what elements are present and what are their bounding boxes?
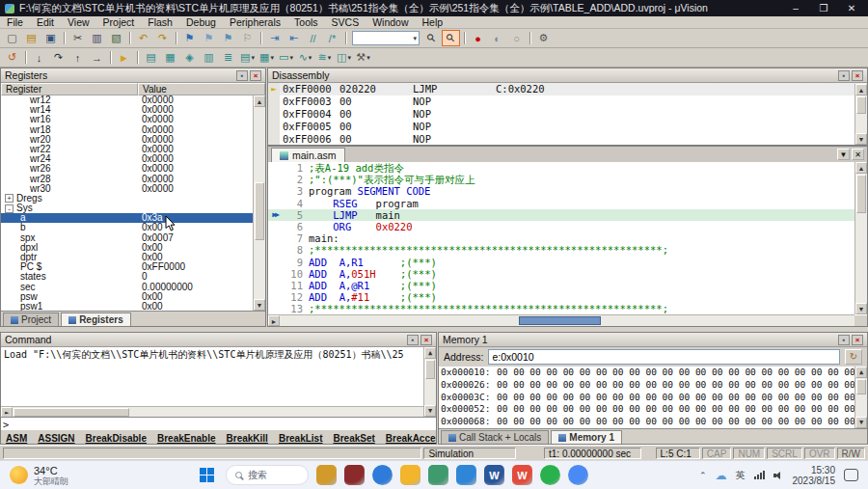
command-window-icon[interactable]: ▤ (142, 49, 160, 66)
dock-icon[interactable]: ▪ (838, 335, 850, 345)
register-row[interactable]: states0 (1, 272, 265, 282)
scroll-down-icon[interactable]: ▼ (855, 417, 867, 428)
register-row[interactable]: dpxl0x00 (1, 243, 265, 253)
disassembly-window-icon[interactable]: ▦ (161, 49, 179, 66)
register-row[interactable]: wr140x0000 (1, 105, 265, 115)
memory-window-icon[interactable]: ▦▾ (258, 49, 276, 66)
tab-memory-1[interactable]: Memory 1 (551, 430, 622, 444)
code-line[interactable]: 10ADD A,051H ;(***) (268, 268, 867, 280)
search-combo[interactable]: ▾ (352, 31, 420, 45)
new-file-icon[interactable]: ▢ (3, 30, 21, 46)
scroll-thumb[interactable] (519, 316, 601, 325)
scroll-up-icon[interactable]: ▲ (855, 162, 867, 174)
chrome-icon[interactable] (568, 465, 588, 485)
maximize-button[interactable]: ❐ (812, 1, 835, 16)
register-row[interactable]: wr200x0000 (1, 135, 265, 145)
disassembly-scrollbar[interactable]: ▲ ▼ (854, 84, 867, 145)
close-icon[interactable]: × (250, 70, 261, 81)
cloud-icon[interactable]: ☁ (716, 469, 727, 482)
notification-center-icon[interactable] (844, 469, 858, 481)
editor-vscrollbar[interactable]: ▲ ▼ (854, 162, 867, 314)
disassembly-line[interactable]: ►0xFF0000020220LJMPC:0x0220 (268, 83, 867, 95)
registers-window-icon[interactable]: ▥ (200, 49, 218, 66)
target-options-icon[interactable]: ⚙ (534, 30, 553, 46)
disassembly-line[interactable]: 0xFF000600NOP (268, 133, 867, 145)
close-icon[interactable]: × (852, 335, 863, 345)
indent-icon[interactable]: ⇥ (265, 30, 284, 46)
register-row[interactable]: PC $0xFF0000 (1, 262, 265, 272)
close-tab-icon[interactable]: ✕ (852, 149, 864, 160)
code-line[interactable]: 9ADD A,R1 ;(***) (268, 257, 867, 268)
scroll-down-icon[interactable]: ▼ (424, 405, 436, 417)
edge-icon[interactable] (372, 465, 393, 485)
memory-address-input[interactable] (488, 349, 840, 365)
reset-icon[interactable]: ↺ (3, 49, 21, 66)
register-row[interactable]: +Dregs (1, 194, 265, 204)
register-row[interactable]: b0x00 (1, 223, 265, 232)
register-row[interactable]: wr220x0000 (1, 145, 265, 154)
keil-uvision-icon[interactable] (428, 465, 448, 485)
start-button[interactable] (195, 464, 218, 487)
game-center-icon[interactable] (316, 465, 337, 485)
call-stack-window-icon[interactable]: ≣ (219, 49, 237, 66)
tab-project[interactable]: Project (3, 312, 59, 326)
memory-row[interactable]: 0x00003C:00 00 00 00 00 00 00 00 00 00 0… (439, 392, 867, 404)
code-line[interactable]: 8;**************************************… (268, 244, 867, 256)
command-hint-assign[interactable]: ASSIGN (38, 433, 74, 444)
run-to-cursor-icon[interactable]: → (88, 49, 106, 66)
dock-icon[interactable]: ▪ (838, 70, 850, 81)
minimize-button[interactable]: – (784, 1, 807, 16)
command-hscrollbar[interactable]: ◄ ► (1, 406, 423, 417)
register-row[interactable]: a0x3a (1, 213, 265, 223)
show-next-statement-icon[interactable]: ► (115, 49, 133, 66)
system-viewer-icon[interactable]: ◫▾ (335, 49, 353, 66)
scroll-right-icon[interactable]: ► (1, 407, 13, 417)
symbol-window-icon[interactable]: ◈ (180, 49, 199, 66)
dock-icon[interactable]: ▪ (407, 335, 419, 345)
code-line[interactable]: 11ADD A,@R1 ;(***) (268, 280, 867, 291)
menu-item-window[interactable]: Window (366, 16, 415, 29)
previous-bookmark-icon[interactable]: ⚑ (200, 30, 218, 46)
wps-icon[interactable]: W (512, 465, 532, 485)
disassembly-line[interactable]: 0xFF000500NOP (268, 121, 867, 133)
toolbox-icon[interactable]: ⚒▾ (354, 49, 372, 66)
disassembly-line[interactable]: 0xFF000400NOP (268, 108, 867, 121)
disassembly-line[interactable]: 0xFF000300NOP (268, 95, 867, 108)
code-line[interactable]: 3program SEGMENT CODE (268, 185, 867, 197)
network-icon[interactable] (754, 471, 765, 479)
memory-row[interactable]: 0x000026:00 00 00 00 00 00 00 00 00 00 0… (439, 379, 867, 392)
memory-update-icon[interactable]: ↻ (845, 349, 862, 365)
command-hint-breakkill[interactable]: BreakKill (227, 433, 268, 444)
wechat-icon[interactable] (540, 465, 560, 485)
close-button[interactable]: ✕ (840, 1, 863, 16)
register-row[interactable]: wr180x0000 (1, 125, 265, 135)
menu-item-svcs[interactable]: SVCS (325, 16, 366, 29)
register-row[interactable]: wr240x0000 (1, 154, 265, 164)
step-into-icon[interactable]: ↓ (30, 49, 48, 66)
volume-icon[interactable] (773, 471, 784, 480)
find-icon[interactable]: ⚲ (422, 30, 441, 46)
tab-call-stack-locals[interactable]: Call Stack + Locals (441, 430, 549, 444)
scroll-down-icon[interactable]: ▼ (855, 133, 867, 145)
scroll-down-icon[interactable]: ▼ (855, 303, 867, 314)
command-hint-breakaccess[interactable]: BreakAccess (386, 433, 436, 444)
scroll-up-icon[interactable]: ▲ (424, 347, 436, 359)
menu-item-peripherals[interactable]: Peripherals (223, 16, 287, 29)
memory-row[interactable]: 0x000010:00 00 00 00 00 00 00 00 00 00 0… (439, 367, 867, 379)
code-line[interactable]: ▶▶5 LJMP main (268, 209, 867, 221)
menu-item-edit[interactable]: Edit (30, 16, 61, 29)
scroll-thumb[interactable] (856, 96, 866, 114)
scroll-thumb[interactable] (856, 379, 866, 394)
scroll-up-icon[interactable]: ▲ (855, 84, 867, 95)
command-vscrollbar[interactable]: ▲ ▼ (423, 347, 436, 417)
register-row[interactable]: dptr0x00 (1, 253, 265, 262)
tree-expander-icon[interactable]: + (5, 194, 14, 203)
menu-item-tools[interactable]: Tools (287, 16, 325, 29)
disable-breakpoint-icon[interactable]: ◐ (488, 30, 506, 46)
register-row[interactable]: wr120x0000 (1, 95, 265, 105)
command-hint-breaklist[interactable]: BreakList (279, 433, 323, 444)
kill-breakpoints-icon[interactable]: ○ (507, 30, 526, 46)
editor-hscrollbar[interactable]: ◄ ► (268, 314, 854, 326)
command-hint-breakset[interactable]: BreakSet (333, 433, 374, 444)
tab-list-dropdown-icon[interactable]: ▼ (837, 149, 850, 160)
